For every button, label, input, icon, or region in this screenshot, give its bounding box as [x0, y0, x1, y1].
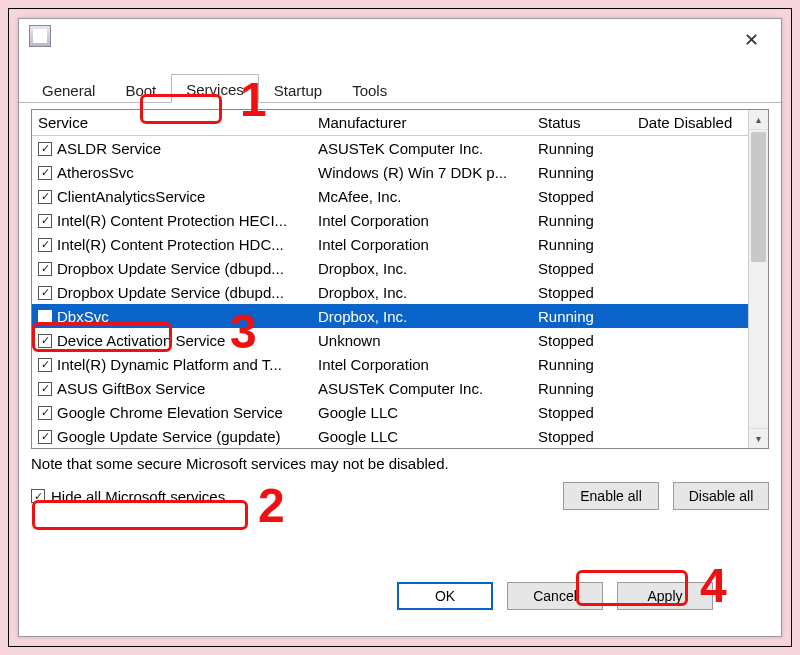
service-cell: ✓Google Chrome Elevation Service: [38, 404, 318, 421]
service-cell: DbxSvc: [38, 308, 318, 325]
tab-general[interactable]: General: [27, 75, 110, 103]
row-checkbox[interactable]: ✓: [38, 142, 52, 156]
table-row[interactable]: ✓Intel(R) Dynamic Platform and T...Intel…: [32, 352, 748, 376]
row-checkbox[interactable]: ✓: [38, 190, 52, 204]
row-checkbox[interactable]: ✓: [38, 214, 52, 228]
tab-services[interactable]: Services: [171, 74, 259, 103]
tab-startup[interactable]: Startup: [259, 75, 337, 103]
mid-row: ✓ Hide all Microsoft services Enable all…: [31, 482, 769, 510]
manufacturer-cell: Google LLC: [318, 404, 538, 421]
col-manufacturer[interactable]: Manufacturer: [318, 114, 538, 131]
service-cell: ✓ASUS GiftBox Service: [38, 380, 318, 397]
tab-tools[interactable]: Tools: [337, 75, 402, 103]
services-list: Service Manufacturer Status Date Disable…: [31, 109, 769, 449]
titlebar: ✕: [19, 19, 781, 67]
row-checkbox[interactable]: [38, 310, 52, 324]
table-row[interactable]: ✓AtherosSvcWindows (R) Win 7 DDK p...Run…: [32, 160, 748, 184]
status-cell: Stopped: [538, 188, 638, 205]
disable-all-button[interactable]: Disable all: [673, 482, 769, 510]
manufacturer-cell: Intel Corporation: [318, 236, 538, 253]
service-cell: ✓Dropbox Update Service (dbupd...: [38, 284, 318, 301]
manufacturer-cell: Intel Corporation: [318, 212, 538, 229]
table-row[interactable]: ✓Device Activation ServiceUnknownStopped: [32, 328, 748, 352]
content-area: Service Manufacturer Status Date Disable…: [19, 103, 781, 636]
hide-ms-services-checkbox[interactable]: ✓ Hide all Microsoft services: [31, 488, 225, 505]
service-name: Dropbox Update Service (dbupd...: [57, 260, 284, 277]
status-cell: Running: [538, 356, 638, 373]
service-name: ASUS GiftBox Service: [57, 380, 205, 397]
close-icon: ✕: [744, 29, 759, 51]
service-cell: ✓Google Update Service (gupdate): [38, 428, 318, 445]
enable-all-button[interactable]: Enable all: [563, 482, 659, 510]
table-row[interactable]: ✓ASLDR ServiceASUSTeK Computer Inc.Runni…: [32, 136, 748, 160]
service-name: Google Chrome Elevation Service: [57, 404, 283, 421]
service-name: DbxSvc: [57, 308, 109, 325]
table-row[interactable]: DbxSvcDropbox, Inc.Running: [32, 304, 748, 328]
table-row[interactable]: ✓Intel(R) Content Protection HECI...Inte…: [32, 208, 748, 232]
row-checkbox[interactable]: ✓: [38, 382, 52, 396]
row-checkbox[interactable]: ✓: [38, 406, 52, 420]
table-row[interactable]: ✓ClientAnalyticsServiceMcAfee, Inc.Stopp…: [32, 184, 748, 208]
table-row[interactable]: ✓Dropbox Update Service (dbupd...Dropbox…: [32, 280, 748, 304]
status-cell: Stopped: [538, 428, 638, 445]
scroll-up-button[interactable]: ▴: [749, 110, 768, 130]
service-cell: ✓Device Activation Service: [38, 332, 318, 349]
list-header: Service Manufacturer Status Date Disable…: [32, 110, 748, 136]
services-list-body: Service Manufacturer Status Date Disable…: [32, 110, 748, 448]
scroll-thumb[interactable]: [751, 132, 766, 262]
row-checkbox[interactable]: ✓: [38, 238, 52, 252]
disable-note: Note that some secure Microsoft services…: [31, 455, 769, 472]
service-cell: ✓AtherosSvc: [38, 164, 318, 181]
apply-button[interactable]: Apply: [617, 582, 713, 610]
status-cell: Running: [538, 140, 638, 157]
manufacturer-cell: McAfee, Inc.: [318, 188, 538, 205]
manufacturer-cell: Dropbox, Inc.: [318, 308, 538, 325]
scroll-down-button[interactable]: ▾: [749, 428, 768, 448]
status-cell: Running: [538, 380, 638, 397]
row-checkbox[interactable]: ✓: [38, 166, 52, 180]
service-name: Google Update Service (gupdate): [57, 428, 280, 445]
table-row[interactable]: ✓Google Chrome Elevation ServiceGoogle L…: [32, 400, 748, 424]
scroll-track[interactable]: [749, 130, 768, 428]
service-name: Device Activation Service: [57, 332, 225, 349]
manufacturer-cell: ASUSTeK Computer Inc.: [318, 380, 538, 397]
col-date-disabled[interactable]: Date Disabled: [638, 114, 742, 131]
manufacturer-cell: Google LLC: [318, 428, 538, 445]
ok-button[interactable]: OK: [397, 582, 493, 610]
col-status[interactable]: Status: [538, 114, 638, 131]
status-cell: Stopped: [538, 332, 638, 349]
service-cell: ✓Intel(R) Content Protection HECI...: [38, 212, 318, 229]
dialog-buttons: OK Cancel Apply: [31, 572, 769, 624]
service-name: Intel(R) Content Protection HDC...: [57, 236, 284, 253]
table-row[interactable]: ✓Intel(R) Content Protection HDC...Intel…: [32, 232, 748, 256]
row-checkbox[interactable]: ✓: [38, 286, 52, 300]
row-checkbox[interactable]: ✓: [38, 334, 52, 348]
status-cell: Running: [538, 164, 638, 181]
row-checkbox[interactable]: ✓: [38, 430, 52, 444]
status-cell: Stopped: [538, 284, 638, 301]
service-name: Intel(R) Dynamic Platform and T...: [57, 356, 282, 373]
table-row[interactable]: ✓Google Update Service (gupdate)Google L…: [32, 424, 748, 448]
table-row[interactable]: ✓Dropbox Update Service (dbupd...Dropbox…: [32, 256, 748, 280]
manufacturer-cell: Windows (R) Win 7 DDK p...: [318, 164, 538, 181]
vertical-scrollbar[interactable]: ▴ ▾: [748, 110, 768, 448]
window-close-button[interactable]: ✕: [731, 25, 771, 55]
manufacturer-cell: ASUSTeK Computer Inc.: [318, 140, 538, 157]
tab-boot[interactable]: Boot: [110, 75, 171, 103]
manufacturer-cell: Dropbox, Inc.: [318, 260, 538, 277]
service-name: AtherosSvc: [57, 164, 134, 181]
status-cell: Stopped: [538, 404, 638, 421]
row-checkbox[interactable]: ✓: [38, 358, 52, 372]
status-cell: Stopped: [538, 260, 638, 277]
checkbox-icon: ✓: [31, 489, 45, 503]
service-cell: ✓Dropbox Update Service (dbupd...: [38, 260, 318, 277]
spacer: [727, 582, 747, 610]
service-cell: ✓Intel(R) Dynamic Platform and T...: [38, 356, 318, 373]
table-row[interactable]: ✓ASUS GiftBox ServiceASUSTeK Computer In…: [32, 376, 748, 400]
cancel-button[interactable]: Cancel: [507, 582, 603, 610]
row-checkbox[interactable]: ✓: [38, 262, 52, 276]
tabstrip: General Boot Services Startup Tools: [19, 73, 781, 103]
service-cell: ✓ClientAnalyticsService: [38, 188, 318, 205]
enable-disable-buttons: Enable all Disable all: [563, 482, 769, 510]
col-service[interactable]: Service: [38, 114, 318, 131]
